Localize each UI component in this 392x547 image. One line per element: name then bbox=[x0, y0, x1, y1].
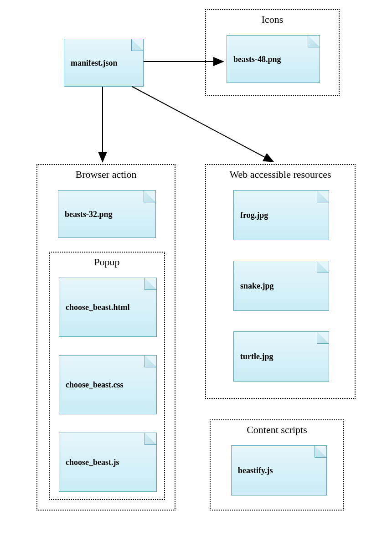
file-label: manifest.json bbox=[71, 58, 118, 67]
file-label: snake.jpg bbox=[240, 281, 274, 291]
file-label: choose_beast.js bbox=[66, 458, 119, 467]
file-beastify-js: beastify.js bbox=[231, 445, 327, 495]
file-label: beastify.js bbox=[238, 466, 273, 475]
file-fold-icon bbox=[317, 261, 329, 273]
file-fold-icon bbox=[144, 278, 157, 290]
file-label: turtle.jpg bbox=[240, 352, 273, 361]
file-choose-beast-css: choose_beast.css bbox=[59, 355, 157, 414]
file-fold-icon bbox=[308, 35, 320, 47]
file-label: beasts-32.png bbox=[65, 209, 113, 219]
file-label: frog.jpg bbox=[240, 211, 268, 220]
group-title-content-scripts: Content scripts bbox=[211, 424, 343, 436]
group-web-accessible-resources: Web accessible resources frog.jpg snake.… bbox=[205, 164, 356, 399]
file-fold-icon bbox=[315, 445, 327, 458]
group-title-popup: Popup bbox=[50, 256, 164, 268]
file-fold-icon bbox=[317, 190, 329, 202]
file-label: beasts-48.png bbox=[233, 54, 281, 64]
group-title-browser-action: Browser action bbox=[37, 169, 175, 181]
file-fold-icon bbox=[131, 39, 144, 51]
group-icons: Icons beasts-48.png bbox=[205, 9, 340, 96]
file-fold-icon bbox=[144, 355, 157, 367]
diagram-canvas: manifest.json Icons beasts-48.png Browse… bbox=[0, 0, 392, 547]
file-beasts-32-png: beasts-32.png bbox=[58, 190, 156, 238]
file-label: choose_beast.css bbox=[66, 380, 124, 390]
file-fold-icon bbox=[144, 433, 157, 445]
file-choose-beast-js: choose_beast.js bbox=[59, 433, 157, 492]
group-title-icons: Icons bbox=[206, 14, 339, 26]
group-title-web-accessible: Web accessible resources bbox=[206, 169, 355, 181]
file-frog-jpg: frog.jpg bbox=[233, 190, 329, 240]
file-turtle-jpg: turtle.jpg bbox=[233, 331, 329, 382]
file-snake-jpg: snake.jpg bbox=[233, 261, 329, 311]
group-browser-action: Browser action beasts-32.png Popup choos… bbox=[36, 164, 175, 511]
arrow-manifest-to-web-accessible bbox=[132, 87, 273, 162]
file-label: choose_beast.html bbox=[66, 303, 130, 312]
file-manifest-json: manifest.json bbox=[64, 39, 144, 87]
file-choose-beast-html: choose_beast.html bbox=[59, 278, 157, 337]
file-fold-icon bbox=[317, 331, 329, 344]
group-content-scripts: Content scripts beastify.js bbox=[210, 419, 344, 511]
file-beasts-48-png: beasts-48.png bbox=[227, 35, 320, 83]
group-popup: Popup choose_beast.html choose_beast.css… bbox=[49, 252, 165, 500]
file-fold-icon bbox=[144, 190, 156, 202]
